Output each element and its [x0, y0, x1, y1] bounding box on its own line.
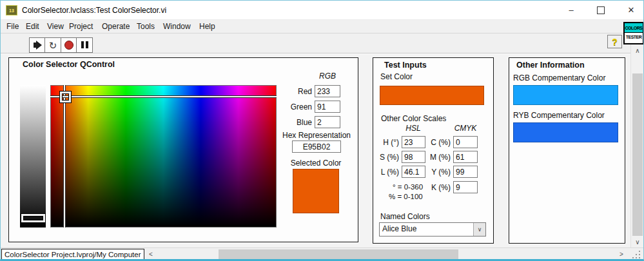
menu-view[interactable]: View [46, 20, 65, 33]
cmyk-header: CMYK [452, 124, 479, 133]
context-help-button[interactable]: ? [607, 35, 622, 48]
scroll-left-icon[interactable]: < [146, 251, 155, 258]
green-field[interactable] [315, 101, 340, 113]
color-selector-panel-title: Color Selector QControl [23, 60, 115, 69]
crosshair-horizontal-line [50, 95, 277, 98]
s-field[interactable] [402, 151, 425, 163]
labview-window: 13 ColorSelector.lvclass:Test ColorSelec… [0, 0, 644, 261]
rgb-complementary-label: RGB Compementary Color [513, 73, 605, 82]
k-field[interactable] [453, 181, 478, 193]
menu-window[interactable]: Window [162, 20, 192, 33]
h-label: H (°) [375, 138, 399, 147]
test-inputs-title: Test Inputs [384, 61, 427, 70]
menu-project[interactable]: Project [68, 20, 94, 33]
h-field[interactable] [402, 136, 425, 148]
menu-help[interactable]: Help [198, 20, 217, 33]
menu-operate[interactable]: Operate [101, 20, 131, 33]
menu-tools[interactable]: Tools [135, 20, 156, 33]
horizontal-scrollbar-thumb[interactable] [219, 249, 458, 259]
rgb-header: RGB [315, 72, 340, 81]
selected-color-label: Selected Color [289, 159, 342, 168]
abort-button[interactable] [61, 37, 77, 53]
named-colors-label: Named Colors [380, 212, 430, 221]
maximize-button[interactable] [590, 1, 611, 19]
vi-icon[interactable]: COLORS TESTER [623, 22, 644, 44]
l-label: L (%) [375, 168, 399, 177]
close-button[interactable]: ✕ [621, 1, 641, 19]
blue-field[interactable] [315, 116, 340, 128]
window-title: ColorSelector.lvclass:Test ColorSelector… [22, 1, 166, 20]
hex-field[interactable] [292, 140, 341, 153]
degree-range-note: ° = 0-360 [393, 183, 423, 191]
menu-bar: File Edit View Project Operate Tools Win… [1, 20, 643, 34]
brightness-slider-handle[interactable] [21, 214, 45, 222]
title-bar: 13 ColorSelector.lvclass:Test ColorSelec… [1, 1, 643, 20]
s-label: S (%) [375, 153, 399, 162]
hex-representation-label: Hex Representation [281, 131, 352, 140]
scroll-up-icon[interactable]: ∧ [632, 47, 643, 54]
k-label: K (%) [426, 183, 451, 192]
run-continuously-icon: ↻ [49, 41, 57, 50]
other-color-scales-label: Other Color Scales [381, 114, 446, 123]
named-colors-dropdown[interactable]: Alice Blue ∨ [379, 222, 486, 237]
crosshair-vertical-line [63, 85, 66, 227]
m-field[interactable] [453, 151, 478, 163]
labview-app-icon: 13 [6, 5, 17, 15]
ryb-complementary-label: RYB Compementary Color [513, 111, 605, 120]
run-continuously-button[interactable]: ↻ [44, 37, 61, 53]
selected-color-swatch [293, 169, 339, 213]
resize-grip[interactable] [632, 251, 641, 260]
chevron-down-icon[interactable]: ∨ [473, 223, 485, 236]
menu-edit[interactable]: Edit [24, 20, 41, 33]
other-information-title: Other Information [516, 61, 585, 70]
hue-saturation-gradient[interactable] [50, 85, 277, 227]
vi-icon-tester-label: TESTER [625, 33, 643, 41]
run-button[interactable] [29, 37, 46, 53]
named-colors-value: Alice Blue [382, 223, 416, 235]
blue-label: Blue [271, 118, 312, 127]
percent-range-note: % = 0-100 [389, 193, 423, 200]
color-picker-crosshair-handle[interactable] [60, 92, 71, 102]
scroll-right-icon[interactable]: > [617, 251, 626, 258]
scroll-down-icon[interactable]: ∨ [632, 238, 643, 246]
y-label: Y (%) [426, 168, 451, 177]
hsl-header: HSL [400, 124, 426, 133]
brightness-gradient-bar[interactable] [20, 85, 46, 227]
vi-icon-colors-label: COLORS [625, 23, 643, 33]
vertical-scrollbar-thumb[interactable] [632, 73, 643, 236]
y-field[interactable] [453, 166, 478, 178]
rgb-complementary-swatch [513, 85, 618, 105]
set-color-label: Set Color [380, 72, 413, 81]
menu-file[interactable]: File [5, 20, 20, 33]
m-label: M (%) [426, 153, 451, 162]
pause-button[interactable] [76, 37, 93, 53]
red-field[interactable] [315, 85, 340, 97]
project-context-label: ColorSelector Project.lvproj/My Computer [1, 249, 144, 261]
l-field[interactable] [402, 166, 425, 178]
ryb-complementary-swatch [513, 122, 618, 142]
abort-icon [64, 41, 73, 50]
maximize-icon [597, 6, 605, 14]
c-field[interactable] [453, 136, 478, 148]
red-label: Red [271, 87, 312, 96]
minimize-button[interactable]: – [561, 1, 581, 19]
set-color-swatch[interactable] [380, 86, 484, 105]
toolbar: ↻ [1, 34, 643, 53]
c-label: C (%) [426, 138, 451, 147]
pause-icon [80, 39, 89, 51]
green-label: Green [271, 102, 312, 111]
